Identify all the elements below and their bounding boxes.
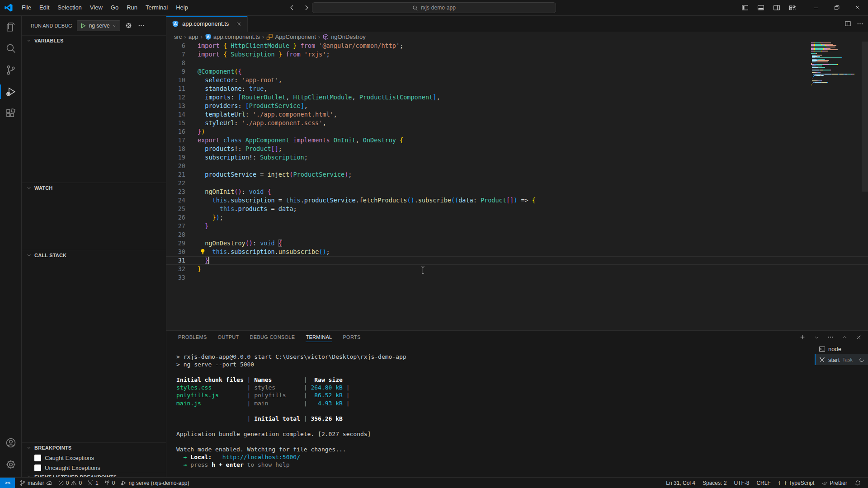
editor-more-actions-icon[interactable] [857, 20, 863, 27]
panel-tab-output[interactable]: OUTPUT [215, 331, 242, 343]
run-and-debug-icon[interactable] [0, 81, 22, 103]
problems-item[interactable]: 0 0 [55, 480, 85, 486]
remote-indicator[interactable]: >< [0, 478, 15, 488]
toggle-panel-icon[interactable] [755, 2, 767, 13]
panel-more-actions-icon[interactable] [826, 333, 835, 341]
close-panel-icon[interactable] [854, 333, 863, 341]
toggle-secondary-sidebar-icon[interactable] [771, 2, 783, 13]
code-line-12[interactable]: 12 imports: [RouterOutlet, HttpClientMod… [166, 93, 868, 102]
checkbox[interactable] [34, 455, 41, 461]
code-line-8[interactable]: 8 [166, 59, 868, 67]
code-line-20[interactable]: 20 [166, 162, 868, 170]
code-line-13[interactable]: 13 providers: [ProductService], [166, 102, 868, 110]
launch-config-dropdown[interactable]: ng serve [77, 20, 120, 31]
editor-scrollbar[interactable] [862, 42, 868, 192]
code-line-15[interactable]: 15 styleUrl: './app.component.scss', [166, 119, 868, 127]
breakpoint-item-caught-exceptions[interactable]: Caught Exceptions [22, 453, 166, 463]
code-line-29[interactable]: 29 ngOnDestroy(): void { [166, 239, 868, 248]
restore-button[interactable] [826, 0, 847, 15]
code-line-33[interactable]: 33 [166, 273, 868, 282]
event-listener-breakpoints-header[interactable]: EVENT LISTENER BREAKPOINTS [22, 472, 166, 477]
tab-app-component-ts[interactable]: app.component.ts [166, 16, 248, 32]
code-line-31[interactable]: 31 } [166, 256, 868, 265]
panel-tab-problems[interactable]: PROBLEMS [175, 331, 210, 343]
code-line-32[interactable]: 32} [166, 265, 868, 273]
debug-session-item[interactable]: ng serve (rxjs-demo-app) [118, 480, 192, 486]
menu-item-view[interactable]: View [86, 0, 107, 15]
minimap[interactable] [811, 42, 862, 87]
notifications-bell-icon[interactable] [851, 480, 864, 486]
back-arrow-icon[interactable] [287, 3, 297, 13]
panel-tab-ports[interactable]: PORTS [340, 331, 363, 343]
menu-item-edit[interactable]: Edit [35, 0, 53, 15]
code-line-27[interactable]: 27 } [166, 222, 868, 230]
indentation-item[interactable]: Spaces: 2 [699, 480, 730, 486]
command-center-search[interactable]: rxjs-demo-app [312, 2, 556, 13]
code-line-11[interactable]: 11 standalone: true, [166, 84, 868, 93]
new-terminal-icon[interactable] [798, 333, 807, 341]
menu-item-go[interactable]: Go [107, 0, 123, 15]
terminal-list-item-node[interactable]: node [815, 343, 868, 354]
sidebar-more-actions-icon[interactable] [137, 22, 146, 30]
breakpoint-item-uncaught-exceptions[interactable]: Uncaught Exceptions [22, 463, 166, 473]
terminal-output[interactable]: > rxjs-demo-app@0.0.0 start C:\Users\vic… [166, 343, 814, 477]
maximize-panel-icon[interactable] [840, 333, 849, 341]
minimize-button[interactable] [806, 0, 826, 15]
menu-item-run[interactable]: Run [123, 0, 142, 15]
panel-tab-terminal[interactable]: TERMINAL [303, 331, 335, 343]
formatter-item[interactable]: Prettier [818, 480, 851, 486]
code-line-28[interactable]: 28 [166, 230, 868, 239]
code-editor[interactable]: 6import { HttpClientModule } from '@angu… [166, 42, 868, 330]
lightbulb-icon[interactable] [199, 248, 207, 255]
variables-section-header[interactable]: VARIABLES [22, 36, 166, 46]
encoding-item[interactable]: UTF-8 [730, 480, 753, 486]
code-line-16[interactable]: 16}) [166, 127, 868, 136]
explorer-icon[interactable] [0, 16, 22, 38]
checkbox[interactable] [34, 465, 41, 471]
menu-item-help[interactable]: Help [172, 0, 192, 15]
debug-settings-gear-icon[interactable] [125, 22, 133, 30]
cursor-position-item[interactable]: Ln 31, Col 4 [662, 480, 699, 486]
breadcrumb-item-src[interactable]: src [174, 33, 182, 40]
code-line-18[interactable]: 18 products!: Product[]; [166, 145, 868, 153]
settings-gear-icon[interactable] [0, 454, 22, 475]
accounts-icon[interactable] [0, 432, 22, 454]
ports-item[interactable]: 0 [101, 480, 118, 486]
code-line-26[interactable]: 26 }); [166, 213, 868, 222]
menu-item-terminal[interactable]: Terminal [142, 0, 172, 15]
start-debug-icon[interactable] [80, 23, 86, 29]
split-editor-icon[interactable] [844, 20, 851, 27]
terminal-profile-chevron-icon[interactable] [812, 333, 821, 341]
breadcrumb-item-ngondestroy[interactable]: ngOnDestroy [322, 33, 366, 40]
source-control-icon[interactable] [0, 59, 22, 81]
breakpoints-section-header[interactable]: BREAKPOINTS [22, 443, 166, 453]
code-line-21[interactable]: 21 productService = inject(ProductServic… [166, 170, 868, 179]
breadcrumb-item-app[interactable]: app [189, 33, 198, 40]
menu-item-selection[interactable]: Selection [53, 0, 85, 15]
code-line-9[interactable]: 9@Component({ [166, 67, 868, 76]
code-line-17[interactable]: 17export class AppComponent implements O… [166, 136, 868, 145]
code-line-23[interactable]: 23 ngOnInit(): void { [166, 188, 868, 196]
code-line-6[interactable]: 6import { HttpClientModule } from '@angu… [166, 42, 868, 50]
search-sidebar-icon[interactable] [0, 38, 22, 59]
code-line-22[interactable]: 22 [166, 179, 868, 188]
close-window-button[interactable] [847, 0, 868, 15]
breadcrumb[interactable]: src›app›app.component.ts›AppComponent›ng… [166, 32, 868, 42]
extensions-icon[interactable] [0, 103, 22, 124]
close-tab-icon[interactable] [235, 20, 243, 28]
tasks-item[interactable]: 1 [85, 480, 101, 486]
code-line-7[interactable]: 7import { Subscription } from 'rxjs'; [166, 50, 868, 59]
code-line-24[interactable]: 24 this.subscription = this.productServi… [166, 196, 868, 205]
call-stack-section-header[interactable]: CALL STACK [22, 250, 166, 260]
code-line-14[interactable]: 14 templateUrl: './app.component.html', [166, 110, 868, 119]
breadcrumb-item-app-component-ts[interactable]: app.component.ts [205, 33, 260, 40]
watch-section-header[interactable]: WATCH [22, 183, 166, 193]
customize-layout-icon[interactable] [787, 2, 798, 13]
menu-item-file[interactable]: File [18, 0, 35, 15]
code-line-19[interactable]: 19 subscription!: Subscription; [166, 153, 868, 162]
language-mode-item[interactable]: { } TypeScript [774, 480, 818, 486]
code-line-25[interactable]: 25 this.products = data; [166, 205, 868, 213]
code-line-30[interactable]: 30 this.subscription.unsubscribe(); [166, 248, 868, 256]
terminal-list-item-start[interactable]: startTask [815, 354, 868, 365]
breadcrumb-item-appcomponent[interactable]: AppComponent [266, 33, 316, 40]
